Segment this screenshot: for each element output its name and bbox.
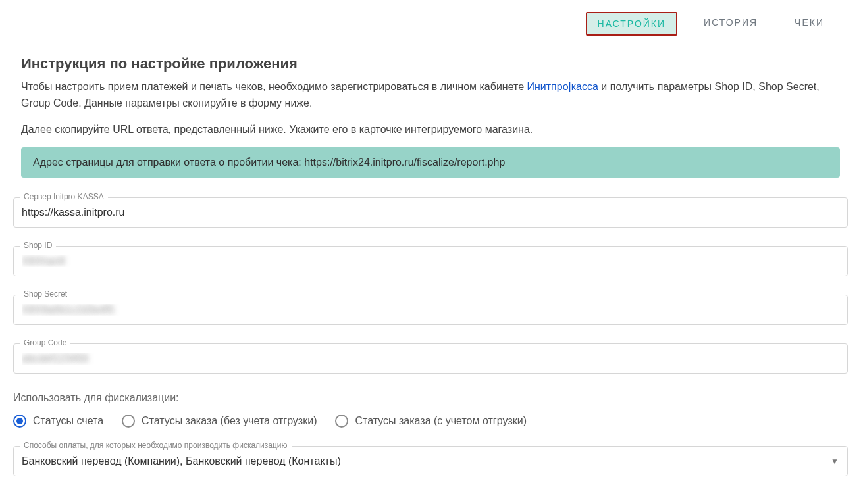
page-title: Инструкция по настройке приложения (21, 55, 840, 72)
radio-label: Статусы счета (33, 415, 103, 427)
radio-row: Статусы счета Статусы заказа (без учета … (13, 415, 848, 428)
intro-2: Далее скопируйте URL ответа, представлен… (21, 124, 840, 136)
chevron-down-icon: ▼ (831, 457, 839, 466)
field-payment-methods: Способы оплаты, для которых необходимо п… (13, 446, 848, 476)
radio-order-with-ship[interactable]: Статусы заказа (с учетом отгрузки) (335, 415, 527, 428)
intro-before: Чтобы настроить прием платежей и печать … (21, 81, 527, 92)
tab-receipts[interactable]: ЧЕКИ (784, 12, 835, 36)
input-server[interactable] (13, 197, 848, 228)
label-server: Сервер Initpro KASSA (20, 192, 108, 201)
field-server: Сервер Initpro KASSA (13, 197, 848, 228)
intro: Чтобы настроить прием платежей и печать … (21, 79, 840, 112)
radio-label: Статусы заказа (с учетом отгрузки) (355, 415, 527, 427)
radio-order-no-ship[interactable]: Статусы заказа (без учета отгрузки) (122, 415, 317, 428)
tab-settings[interactable]: НАСТРОЙКИ (586, 12, 678, 36)
input-group-code[interactable] (13, 343, 848, 374)
radio-label: Статусы заказа (без учета отгрузки) (142, 415, 317, 427)
radio-icon (13, 415, 26, 428)
label-shop-id: Shop ID (20, 241, 56, 250)
input-shop-secret[interactable] (13, 295, 848, 325)
label-shop-secret: Shop Secret (20, 290, 71, 299)
radio-icon (122, 415, 135, 428)
callback-url-callout: Адрес страницы для отправки ответа о про… (21, 147, 840, 178)
field-group-code: Group Code (13, 343, 848, 374)
field-shop-id: Shop ID (13, 246, 848, 276)
tab-history[interactable]: ИСТОРИЯ (693, 12, 768, 36)
input-shop-id[interactable] (13, 246, 848, 276)
select-payment-methods[interactable]: Банковский перевод (Компании), Банковски… (13, 446, 848, 476)
field-shop-secret: Shop Secret (13, 295, 848, 325)
label-group-code: Group Code (20, 338, 70, 347)
radio-invoice-status[interactable]: Статусы счета (13, 415, 103, 428)
label-payment-methods: Способы оплаты, для которых необходимо п… (20, 441, 292, 450)
tabs: НАСТРОЙКИ ИСТОРИЯ ЧЕКИ (0, 0, 861, 55)
fiscal-section-label: Использовать для фискализации: (13, 392, 848, 404)
initpro-link[interactable]: Инитпро|касса (527, 81, 598, 92)
select-value: Банковский перевод (Компании), Банковски… (22, 455, 341, 467)
radio-icon (335, 415, 348, 428)
